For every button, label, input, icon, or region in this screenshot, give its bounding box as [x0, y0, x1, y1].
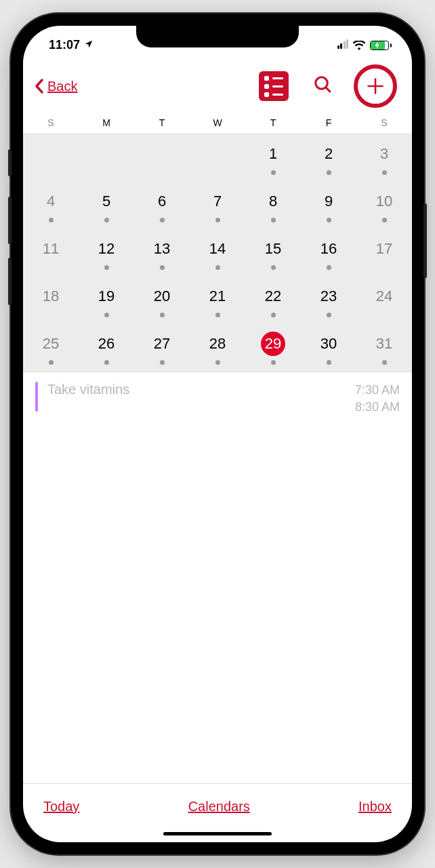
event-dot — [104, 218, 109, 222]
day-cell[interactable]: 6 — [134, 182, 190, 229]
event-color-marker — [35, 382, 38, 412]
day-number: 15 — [261, 237, 285, 261]
event-dot — [215, 218, 220, 222]
search-button[interactable] — [313, 75, 333, 98]
today-button[interactable]: Today — [43, 799, 79, 814]
event-dot — [49, 218, 54, 222]
day-cell[interactable]: 5 — [79, 182, 134, 229]
day-number: 25 — [39, 332, 63, 356]
event-dot — [215, 313, 220, 317]
list-view-toggle[interactable] — [259, 71, 289, 101]
day-cell[interactable]: 19 — [79, 277, 134, 324]
day-cell — [134, 134, 190, 182]
day-number: 24 — [372, 284, 396, 309]
event-row[interactable]: Take vitamins7:30 AM8:30 AM — [23, 372, 412, 425]
day-cell[interactable]: 30 — [301, 324, 356, 372]
event-dot — [104, 313, 109, 317]
event-dot — [327, 360, 331, 365]
back-button[interactable]: Back — [34, 78, 77, 94]
day-cell[interactable]: 21 — [190, 277, 245, 324]
day-cell[interactable]: 14 — [190, 229, 245, 277]
add-event-button[interactable] — [354, 64, 397, 108]
weekday-label: S — [23, 117, 79, 128]
notch — [136, 26, 299, 47]
day-cell[interactable]: 8 — [245, 182, 301, 229]
volume-down — [8, 258, 12, 305]
day-number: 1 — [261, 142, 285, 166]
day-cell[interactable]: 26 — [79, 324, 134, 372]
day-number: 2 — [316, 142, 341, 166]
screen: 11:07 — [23, 26, 412, 842]
event-title: Take vitamins — [47, 382, 355, 397]
day-number: 7 — [205, 189, 230, 214]
weekday-label: M — [79, 117, 134, 128]
day-number: 23 — [316, 284, 341, 309]
day-cell[interactable]: 11 — [23, 229, 79, 277]
day-cell[interactable]: 12 — [79, 229, 134, 277]
day-cell[interactable]: 16 — [301, 229, 356, 277]
day-number: 31 — [372, 332, 396, 356]
day-number: 20 — [150, 284, 174, 309]
day-cell[interactable]: 4 — [23, 182, 79, 229]
event-dot — [327, 170, 331, 175]
day-cell[interactable]: 18 — [23, 277, 79, 324]
event-dot — [104, 360, 109, 365]
day-number: 3 — [372, 142, 396, 166]
event-dot — [382, 218, 387, 222]
day-cell[interactable]: 22 — [245, 277, 301, 324]
event-dot — [160, 313, 165, 317]
day-cell[interactable]: 17 — [356, 229, 412, 277]
day-number: 28 — [205, 332, 230, 356]
day-cell[interactable]: 24 — [356, 277, 412, 324]
day-cell[interactable]: 1 — [245, 134, 301, 182]
day-cell[interactable]: 27 — [134, 324, 190, 372]
day-number: 19 — [94, 284, 119, 309]
event-dot — [327, 218, 331, 222]
day-cell[interactable]: 7 — [190, 182, 245, 229]
day-cell[interactable]: 10 — [356, 182, 412, 229]
day-number: 16 — [316, 237, 341, 261]
event-start-time: 7:30 AM — [355, 382, 400, 399]
day-cell[interactable]: 15 — [245, 229, 301, 277]
event-times: 7:30 AM8:30 AM — [355, 382, 400, 416]
event-dot — [327, 265, 331, 270]
day-number: 8 — [261, 189, 285, 214]
home-indicator[interactable] — [163, 832, 272, 835]
location-icon — [84, 38, 94, 52]
signal-icon — [336, 38, 348, 52]
day-number: 12 — [94, 237, 119, 261]
day-number: 9 — [316, 189, 341, 214]
event-dot — [215, 265, 220, 270]
day-number: 21 — [205, 284, 230, 309]
day-cell[interactable]: 28 — [190, 324, 245, 372]
day-cell[interactable]: 3 — [356, 134, 412, 182]
back-label: Back — [47, 79, 77, 94]
day-number: 4 — [39, 189, 63, 214]
calendar-grid: 1234567891011121314151617181920212223242… — [23, 134, 412, 372]
day-number: 22 — [261, 284, 285, 309]
week-row: 11121314151617 — [23, 229, 412, 277]
day-cell[interactable]: 25 — [23, 324, 79, 372]
week-row: 25262728293031 — [23, 324, 412, 372]
day-number: 14 — [205, 237, 230, 261]
day-number: 13 — [150, 237, 174, 261]
day-cell[interactable]: 9 — [301, 182, 356, 229]
weekday-label: F — [301, 117, 356, 128]
weekday-header: SMTWTFS — [23, 115, 412, 134]
day-cell[interactable]: 23 — [301, 277, 356, 324]
weekday-label: T — [134, 117, 190, 128]
inbox-button[interactable]: Inbox — [358, 799, 392, 814]
event-dot — [104, 265, 109, 270]
nav-bar: Back — [23, 59, 412, 115]
day-cell[interactable]: 20 — [134, 277, 190, 324]
day-number: 5 — [94, 189, 119, 214]
day-cell[interactable]: 13 — [134, 229, 190, 277]
calendars-button[interactable]: Calendars — [188, 799, 250, 814]
day-cell[interactable]: 29 — [245, 324, 301, 372]
day-cell[interactable]: 2 — [301, 134, 356, 182]
day-number: 17 — [372, 237, 396, 261]
event-dot — [271, 313, 276, 317]
event-dot — [327, 313, 331, 317]
day-cell[interactable]: 31 — [356, 324, 412, 372]
event-dot — [382, 360, 387, 365]
